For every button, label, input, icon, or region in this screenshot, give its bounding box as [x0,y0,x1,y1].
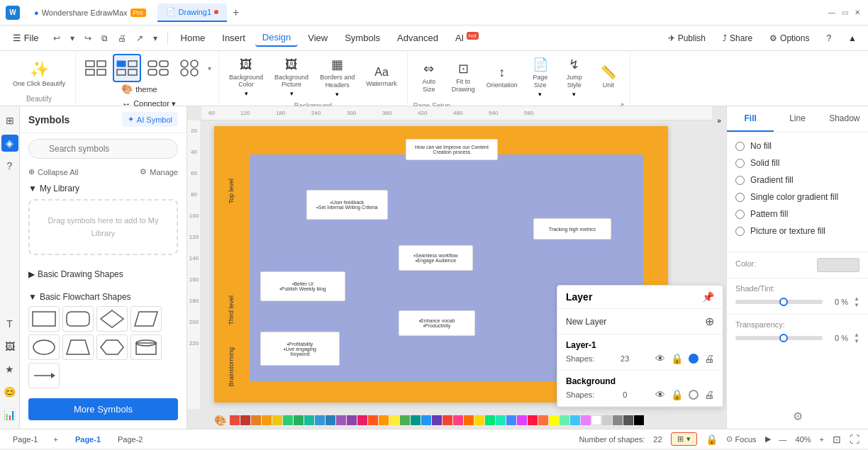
pattern-fill-option[interactable]: Pattern fill [735,209,859,219]
rail-symbols[interactable]: ◈ [1,135,18,152]
swatch-29[interactable] [538,415,548,425]
rail-stickers[interactable]: 😊 [1,383,18,400]
close-button[interactable]: ✕ [852,8,862,18]
page-tab-add[interactable]: + [48,434,63,445]
layer-1-visibility[interactable]: 👁 [655,353,665,364]
swatch-9[interactable] [326,415,335,425]
shape-item-trapezoid[interactable] [62,334,94,360]
color-dropdown-button[interactable]: 🎨 theme [118,82,179,96]
no-fill-radio[interactable] [735,142,745,151]
shade-slider-thumb[interactable] [779,298,788,306]
shape-preset-3[interactable] [144,54,172,82]
swatch-22[interactable] [464,415,474,425]
rail-icons[interactable]: ★ [1,361,18,378]
gradient-fill-radio[interactable] [735,176,745,185]
shade-up[interactable]: ▲ [854,296,859,302]
publish-button[interactable]: ✈Publish [662,30,711,46]
tab-line[interactable]: Line [774,106,820,132]
background-visibility[interactable]: 👁 [655,389,665,400]
jump-style-button[interactable]: ↯ JumpStyle ▾ [559,54,590,101]
canvas-box-4[interactable]: •Better UI•Publish Weekly blog [260,271,345,301]
maximize-button[interactable]: ▭ [840,8,850,18]
menu-insert[interactable]: Insert [215,30,252,46]
shape-preset-expand[interactable]: ▾ [206,63,213,74]
gradient-fill-option[interactable]: Gradient fill [735,175,859,185]
transparency-up[interactable]: ▲ [854,332,859,338]
fit-to-drawing-button[interactable]: ⊡ Fit toDrawing [447,58,479,96]
no-fill-option[interactable]: No fill [735,141,859,151]
options-button[interactable]: ⚙Options [764,30,815,46]
canvas-box-title[interactable]: How can we Improve our Content Creation … [406,139,498,160]
watermark-button[interactable]: Aa Watermark [362,63,401,91]
shape-item-rounded-rect[interactable] [62,306,94,332]
bg-picture-expand[interactable]: ▾ [290,90,294,97]
play-button[interactable]: ▶ [765,434,771,444]
swatch-35[interactable] [602,415,612,425]
swatch-24[interactable] [485,415,495,425]
layer-1-radio[interactable] [689,354,699,364]
redo-button[interactable]: ↪ [80,30,96,46]
swatch-12[interactable] [357,415,367,425]
ai-symbol-button[interactable]: ✦ AI Symbol [122,112,178,127]
layer-1-print[interactable]: 🖨 [704,353,714,364]
right-panel-settings[interactable]: ⚙ [727,404,868,429]
rail-help[interactable]: ? [1,157,18,174]
menu-home[interactable]: Home [174,30,213,46]
help-button[interactable]: ? [820,30,837,46]
swatch-36[interactable] [613,415,623,425]
swatch-28[interactable] [528,415,538,425]
shape-preset-1[interactable] [82,54,110,82]
single-color-gradient-option[interactable]: Single color gradient fill [735,192,859,202]
canvas-box-6[interactable]: •Profitability•Live engagingKeyword [260,332,340,366]
page-size-expand[interactable]: ▾ [538,91,542,98]
undo-button[interactable]: ↩ [49,30,65,46]
swatch-16[interactable] [400,415,410,425]
rail-text[interactable]: T [1,315,18,332]
new-layer-button[interactable]: New Layer ⊕ [557,309,723,334]
settings-icon[interactable]: ⚙ [793,410,803,423]
collapse-ribbon[interactable]: ▲ [842,30,862,46]
palette-icon[interactable]: 🎨 [214,415,226,426]
shape-preset-2[interactable] [113,54,141,82]
jump-style-expand[interactable]: ▾ [572,91,576,98]
swatch-21[interactable] [453,415,463,425]
unit-button[interactable]: 📏 Unit [593,62,624,92]
tab-fill[interactable]: Fill [727,106,774,132]
swatch-37[interactable] [623,415,633,425]
rail-templates[interactable]: ⊞ [1,112,18,129]
swatch-20[interactable] [443,415,452,425]
shape-item-arrow[interactable] [28,363,60,388]
background-print[interactable]: 🖨 [704,389,714,400]
bg-color-expand[interactable]: ▾ [245,90,248,97]
orientation-button[interactable]: ↕ Orientation [482,62,522,92]
picture-texture-radio[interactable] [735,227,745,236]
undo-dropdown[interactable]: ▾ [66,30,79,46]
tab-drawing1[interactable]: 📄 Drawing1 [157,4,227,22]
swatch-4[interactable] [272,415,282,425]
page-tab-2[interactable]: Page-2 [112,434,148,445]
auto-size-button[interactable]: ⇔ AutoSize [413,58,445,96]
canvas-box-5[interactable]: •Enhance vocab•Productivity [399,310,475,336]
swatch-13[interactable] [368,415,378,425]
tab-edrawmax[interactable]: ● Wondershare EdrawMax Pro [26,4,155,22]
layer-1-lock[interactable]: 🔒 [671,353,683,364]
color-picker-box[interactable] [817,258,859,272]
menu-file[interactable]: ☰ File [6,30,46,46]
layer-status-button[interactable]: ⊞ ▾ [671,432,697,446]
swatch-7[interactable] [304,415,314,425]
swatch-27[interactable] [517,415,527,425]
one-click-beautify-button[interactable]: ✨ One Click Beautify [9,57,69,91]
borders-headers-button[interactable]: ▦ Borders andHeaders ▾ [316,54,359,101]
pin-icon[interactable]: 📌 [702,291,714,303]
swatch-33[interactable] [581,415,591,425]
export-button[interactable]: ↗ [132,30,148,46]
fit-window-button[interactable]: ⊡ [833,434,841,445]
single-color-gradient-radio[interactable] [735,193,745,202]
share-button[interactable]: ⤴Share [717,30,758,46]
swatch-11[interactable] [347,415,357,425]
swatch-8[interactable] [315,415,325,425]
swatch-14[interactable] [379,415,389,425]
shape-item-ellipse[interactable] [28,334,60,360]
collapse-all-button[interactable]: ⊕ Collapse All [28,167,78,176]
pattern-fill-radio[interactable] [735,210,745,219]
